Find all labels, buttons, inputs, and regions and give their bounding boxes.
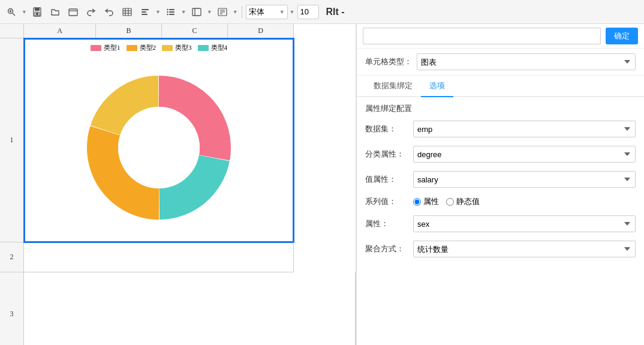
section-title: 属性绑定配置 [357,97,644,116]
svg-rect-23 [192,8,201,16]
category-attr-label: 分类属性： [365,149,408,160]
cell-3[interactable] [24,272,356,345]
svg-rect-16 [142,14,148,15]
svg-point-22 [167,13,168,14]
legend-color-2 [127,45,137,51]
svg-rect-17 [169,9,174,10]
legend-item-1: 类型1 [91,43,121,52]
dataset-row: 数据集： emp dept [357,116,644,142]
radio-attr-label: 属性 [423,196,439,207]
align-btn[interactable] [137,4,153,20]
zoom-btn[interactable] [4,4,19,20]
radio-static[interactable]: 静态值 [446,196,480,207]
indent-dropdown[interactable]: ▼ [207,9,212,15]
row-num-1: 1 [0,38,24,242]
row-num-header [0,24,24,38]
category-attr-row: 分类属性： degree name [357,142,644,167]
legend-label-2: 类型2 [140,43,157,52]
row-num-2: 2 [0,242,24,272]
cell-type-row: 单元格类型： 图表 文本 数字 [357,49,644,76]
font-name-label: 宋体 [249,7,264,17]
legend-color-1 [91,45,101,51]
value-attr-label: 值属性： [365,174,408,185]
cell-type-label: 单元格类型： [365,56,412,67]
table-row: 3 [0,272,356,345]
svg-rect-19 [169,14,174,15]
folder2-btn[interactable] [65,4,81,20]
radio-attr-input[interactable] [413,198,421,206]
panel-input[interactable] [363,28,601,44]
legend-color-4 [198,45,209,51]
more-dropdown[interactable]: ▼ [233,9,238,15]
save-btn[interactable] [29,4,45,20]
more-btn[interactable] [215,4,230,20]
legend-item-4: 类型4 [198,43,228,52]
category-attr-select[interactable]: degree name [413,146,636,163]
font-name-arrow: ▼ [279,9,285,15]
col-header-c: C [162,24,228,38]
cell-type-select[interactable]: 图表 文本 数字 [417,53,636,70]
legend-color-3 [162,45,173,51]
legend-label-1: 类型1 [104,43,121,52]
legend-label-3: 类型3 [175,43,192,52]
series-radio-group: 属性 静态值 [413,196,636,207]
open-btn[interactable] [47,4,63,20]
value-attr-row: 值属性： salary bonus [357,167,644,192]
font-selector: 宋体 ▼ ▼ [246,5,295,19]
aggregation-row: 聚合方式： 统计数量 求和 平均值 [357,236,644,262]
table-row: 1 类型1 类型2 [0,38,356,242]
chart-container: 类型1 类型2 类型3 [25,40,293,241]
legend-label-4: 类型4 [211,43,228,52]
row-num-3: 3 [0,272,24,345]
legend-item-3: 类型3 [162,43,192,52]
redo-btn[interactable] [83,4,99,20]
attr-label: 属性： [365,218,408,229]
table-row: 2 [0,242,356,272]
series-label: 系列值： [365,196,408,207]
attr-select[interactable]: sex age name [413,215,636,232]
content-area: A B C D 1 [0,24,644,345]
zoom-dropdown-arrow[interactable]: ▼ [22,9,27,15]
aggregation-select[interactable]: 统计数量 求和 平均值 [413,241,636,257]
svg-point-29 [118,107,200,188]
svg-rect-18 [169,11,174,13]
legend-item-2: 类型2 [127,43,157,52]
confirm-btn[interactable]: 确定 [606,28,638,44]
dataset-select[interactable]: emp dept [413,121,636,137]
rows-container: 1 类型1 类型2 [0,38,356,345]
svg-rect-15 [142,11,146,13]
svg-rect-7 [36,13,38,15]
svg-rect-8 [69,9,77,16]
svg-point-21 [167,11,168,12]
list-btn[interactable] [163,4,179,20]
page-title: RIt - [326,7,345,17]
align-dropdown[interactable]: ▼ [155,9,161,15]
value-attr-select[interactable]: salary bonus [413,171,636,188]
cell-2[interactable] [24,242,294,272]
list-dropdown[interactable]: ▼ [181,9,186,15]
chart-legend: 类型1 类型2 类型3 [91,43,227,52]
aggregation-label: 聚合方式： [365,244,408,254]
tab-dataset[interactable]: 数据集绑定 [365,76,421,97]
right-panel: 确定 单元格类型： 图表 文本 数字 数据集绑定 选项 属性绑定配置 数据集： [356,24,644,345]
radio-static-input[interactable] [446,198,454,206]
svg-point-20 [167,8,168,10]
col-header-b: B [96,24,162,38]
col-header-a: A [24,24,96,38]
spreadsheet: A B C D 1 [0,24,356,345]
sep1 [242,6,242,18]
tab-options[interactable]: 选项 [421,76,453,97]
font-name-extra-arrow[interactable]: ▼ [290,9,295,15]
font-name-btn[interactable]: 宋体 ▼ [246,5,288,19]
chart-cell[interactable]: 类型1 类型2 类型3 [24,38,294,242]
indent-btn[interactable] [189,4,204,20]
dataset-label: 数据集： [365,124,408,134]
undo-btn[interactable] [101,4,117,20]
svg-rect-5 [35,8,40,11]
table-btn[interactable] [119,4,135,20]
radio-attr[interactable]: 属性 [413,196,439,207]
tabs-row: 数据集绑定 选项 [357,76,644,97]
attr-row: 属性： sex age name [357,211,644,236]
font-size-input[interactable] [297,5,319,19]
svg-line-1 [13,13,15,16]
